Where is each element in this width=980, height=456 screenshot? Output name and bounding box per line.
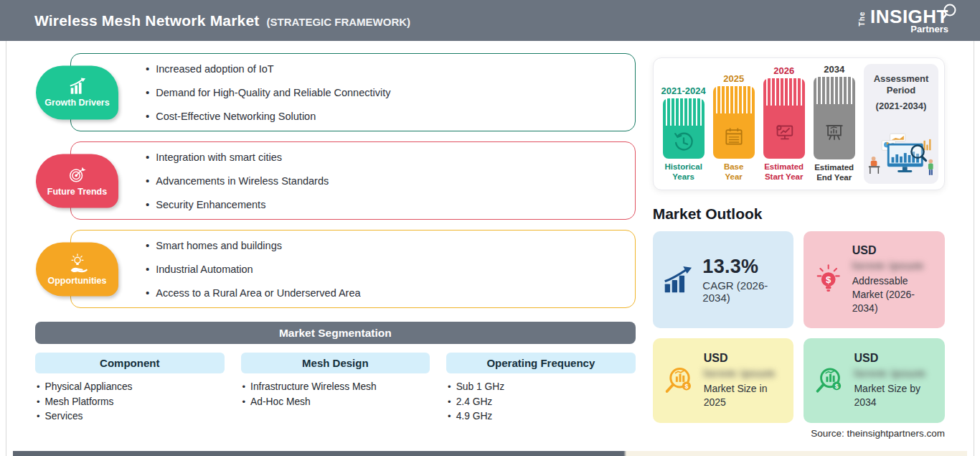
trend-item: Advancements in Wireless Standards (156, 174, 329, 188)
title-wrap: Wireless Mesh Network Market (STRATEGIC … (34, 12, 410, 29)
currency-label: USD (854, 352, 935, 365)
growth-drivers-box: Growth Drivers •Increased adoption of Io… (70, 53, 636, 131)
addressable-market-card: $ USD lorem ipsum Addressable Market (20… (804, 231, 945, 328)
segment-item: Infrastructure Wireless Mesh (250, 380, 377, 395)
market-segmentation-header: Market Segmentation (35, 322, 636, 344)
segment-item: Ad-Hoc Mesh (250, 395, 311, 410)
target-dart-icon (67, 165, 88, 185)
segment-header: Mesh Design (241, 353, 430, 373)
bullet-icon: • (37, 380, 40, 395)
trend-item: Security Enhancements (156, 197, 265, 212)
segment-item: Physical Appliances (45, 380, 133, 395)
market-size-2034-card: $ USD lorem ipsum Market Size by 2034 (804, 338, 945, 423)
monitor-chart-icon (772, 121, 796, 144)
footer-strip (13, 451, 967, 456)
timeline-bar-end: 2034 EstimatedEnd Year (813, 64, 856, 182)
driver-item: Increased adoption of IoT (156, 62, 273, 76)
bullet-icon: • (146, 174, 149, 188)
bullet-icon: • (448, 409, 451, 424)
driver-item: Cost-Effective Networking Solution (156, 109, 316, 124)
segment-item: 2.4 GHz (456, 395, 493, 410)
bullet-icon: • (146, 238, 149, 253)
segment-column-operating-frequency: Operating Frequency •Sub 1 GHz •2.4 GHz … (446, 353, 636, 424)
header-bar: Wireless Mesh Network Market (STRATEGIC … (0, 0, 980, 41)
company-logo: The INSIGHT Partners (855, 7, 948, 34)
bullet-icon: • (146, 286, 149, 300)
cagr-card: 13.3% CAGR (2026-2034) (653, 231, 794, 328)
left-column: Growth Drivers •Increased adoption of Io… (35, 53, 636, 439)
growth-bars-arrow-icon (663, 264, 694, 297)
assessment-line: Period (864, 85, 938, 96)
market-outlook-title: Market Outlook (653, 205, 945, 223)
analytics-illustration (867, 132, 936, 177)
bullet-icon: • (146, 150, 149, 164)
trend-item: Integration with smart cities (156, 150, 282, 164)
bullet-icon: • (146, 85, 149, 100)
market-size-2025-card: $ USD lorem ipsum Market Size in 2025 (653, 338, 794, 423)
bullet-icon: • (146, 62, 149, 76)
page-title: Wireless Mesh Network Market (34, 12, 260, 29)
opportunities-box: Opportunities •Smart homes and buildings… (70, 230, 636, 308)
card-label: Market Size in 2025 (704, 382, 784, 409)
bar-year-label: 2034 (824, 64, 844, 75)
cagr-label: CAGR (2026-2034) (702, 279, 783, 304)
bar-year-label: 2021-2024 (661, 85, 706, 96)
currency-label: USD (852, 244, 935, 257)
content-frame: Growth Drivers •Increased adoption of Io… (6, 41, 974, 456)
svg-text:$: $ (826, 274, 831, 284)
currency-label: USD (704, 352, 784, 365)
bullet-icon: • (37, 409, 40, 424)
opportunity-item: Smart homes and buildings (156, 238, 282, 253)
bullet-icon: • (146, 197, 149, 212)
driver-item: Demand for High-Quality and Reliable Con… (156, 85, 390, 100)
redacted-value: lorem ipsum (704, 367, 784, 379)
calendar-icon (722, 125, 745, 148)
timeline-bar-base: 2025 Bas (712, 64, 755, 182)
page-subtitle: (STRATEGIC FRAMEWORK) (267, 16, 411, 28)
magnifier-icon (940, 3, 958, 22)
badge-label: Future Trends (47, 187, 107, 197)
future-trends-box: Future Trends •Integration with smart ci… (70, 141, 636, 220)
opportunity-item: Industrial Automation (156, 262, 253, 276)
logo-partners: Partners (910, 24, 948, 34)
segment-column-mesh-design: Mesh Design •Infrastructure Wireless Mes… (241, 353, 430, 424)
bullet-icon: • (146, 109, 149, 124)
segment-item: Sub 1 GHz (456, 380, 504, 395)
dollar-bulb-icon: $ (814, 262, 843, 298)
bar-year-label: 2026 (773, 65, 794, 76)
cagr-value: 13.3% (702, 256, 783, 278)
logo-the: The (859, 11, 867, 27)
bar-year-label: 2025 (723, 73, 744, 84)
bullet-icon: • (146, 262, 149, 276)
svg-text:$: $ (835, 383, 839, 390)
bar-chart-growth-icon (67, 78, 88, 96)
presentation-board-icon (823, 121, 846, 144)
segment-item: Mesh Platforms (45, 395, 114, 410)
assessment-timeline-card: 2021-2024 HistoricalYears 2025 (653, 57, 945, 190)
magnifier-chart-icon: $ (663, 363, 695, 399)
segment-item: 4.9 GHz (456, 409, 493, 424)
bullet-icon: • (448, 380, 451, 395)
timeline-bar-start: 2026 EstimatedStart Year (763, 64, 806, 182)
source-attribution: Source: theinsightpartners.com (653, 428, 945, 439)
opportunities-badge: Opportunities (36, 242, 118, 296)
timeline-bar-historical: 2021-2024 HistoricalYears (662, 64, 705, 182)
badge-label: Opportunities (48, 275, 107, 285)
segment-header: Operating Frequency (446, 353, 636, 373)
badge-label: Growth Drivers (44, 98, 109, 108)
future-trends-badge: Future Trends (36, 154, 118, 208)
assessment-range: (2021-2034) (864, 101, 938, 111)
history-clock-icon (672, 130, 696, 154)
redacted-value: lorem ipsum (854, 367, 935, 379)
bullet-icon: • (242, 380, 246, 395)
bullet-icon: • (37, 395, 40, 410)
segment-column-component: Component •Physical Appliances •Mesh Pla… (35, 353, 225, 424)
assessment-period-panel: Assessment Period (2021-2034) (864, 64, 938, 184)
magnifier-chart-icon: $ (814, 363, 845, 399)
card-label: Market Size by 2034 (854, 382, 935, 409)
bullet-icon: • (242, 395, 246, 410)
segment-item: Services (45, 409, 83, 424)
bullet-icon: • (448, 395, 451, 410)
growth-drivers-badge: Growth Drivers (36, 65, 118, 119)
card-label: Addressable Market (2026-2034) (852, 274, 935, 315)
